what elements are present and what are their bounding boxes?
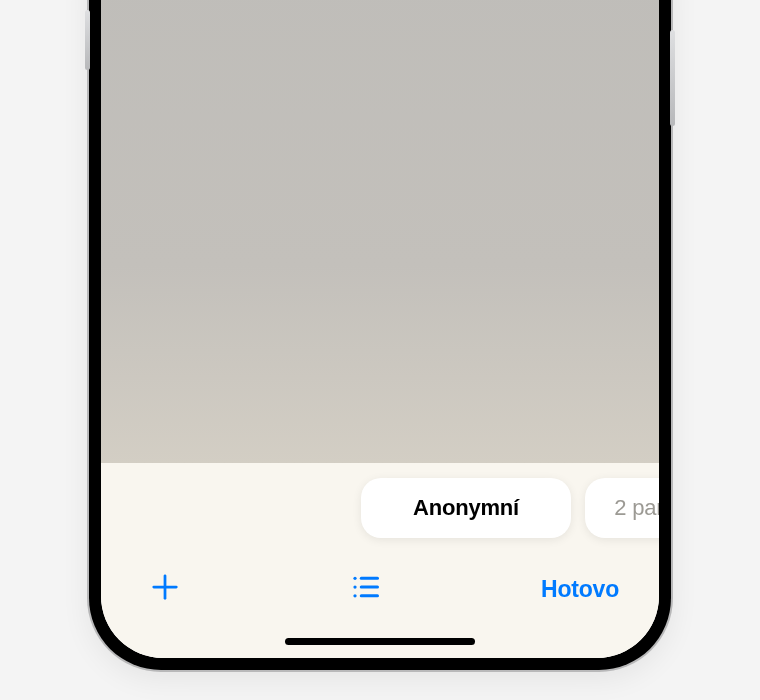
tab-group-private-label: Anonymní	[413, 495, 519, 521]
home-indicator[interactable]	[285, 638, 475, 645]
new-tab-button[interactable]	[141, 567, 189, 611]
tab-group-count[interactable]: 2 panely	[585, 478, 659, 538]
plus-icon	[150, 572, 180, 606]
tab-group-private[interactable]: Anonymní	[361, 478, 571, 538]
phone-frame: Anonymní 2 panely	[89, 0, 671, 670]
done-button-label: Hotovo	[541, 576, 619, 603]
side-button-left	[85, 10, 90, 70]
side-button-right	[670, 30, 675, 126]
list-bullet-icon	[350, 572, 380, 606]
tab-groups-menu-button[interactable]	[341, 567, 389, 611]
tab-overview-area[interactable]	[101, 0, 659, 463]
svg-point-3	[353, 585, 356, 588]
tab-group-switcher[interactable]: Anonymní 2 panely	[101, 463, 659, 553]
tab-group-count-label: 2 panely	[614, 495, 659, 521]
bottom-toolbar: Hotovo	[101, 553, 659, 658]
phone-screen: Anonymní 2 panely	[101, 0, 659, 658]
done-button[interactable]: Hotovo	[541, 567, 619, 611]
svg-point-2	[353, 577, 356, 580]
svg-point-4	[353, 594, 356, 597]
